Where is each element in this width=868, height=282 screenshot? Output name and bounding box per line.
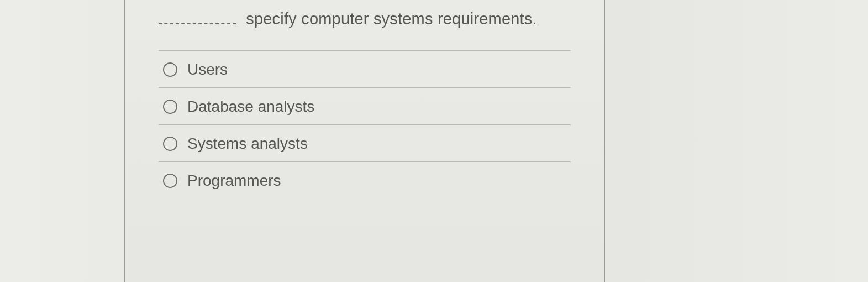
radio-icon (163, 62, 177, 77)
radio-icon (163, 100, 177, 114)
radio-icon (163, 174, 177, 188)
options-list: Users Database analysts Systems analysts… (125, 50, 604, 199)
fill-in-blank (159, 17, 236, 24)
radio-icon (163, 137, 177, 151)
page-surface: specify computer systems requirements. U… (0, 0, 868, 282)
question-text: specify computer systems requirements. (246, 10, 537, 28)
option-systems-analysts[interactable]: Systems analysts (159, 124, 571, 161)
option-label: Users (187, 61, 228, 79)
option-programmers[interactable]: Programmers (159, 161, 571, 199)
question-stem: specify computer systems requirements. (125, 0, 604, 50)
option-users[interactable]: Users (159, 50, 571, 87)
option-label: Systems analysts (187, 135, 308, 153)
option-label: Database analysts (187, 98, 314, 116)
option-database-analysts[interactable]: Database analysts (159, 87, 571, 124)
option-label: Programmers (187, 172, 281, 190)
question-card: specify computer systems requirements. U… (124, 0, 605, 282)
